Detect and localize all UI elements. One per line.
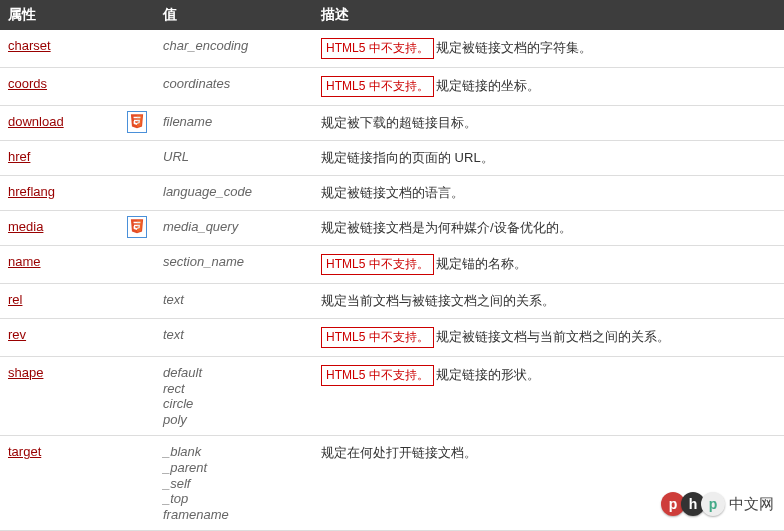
logo-text: 中文网: [729, 495, 774, 514]
table-row: downloadfilename规定被下载的超链接目标。: [0, 106, 784, 141]
attr-link-hreflang[interactable]: hreflang: [8, 184, 55, 199]
desc-text: 规定当前文档与被链接文档之间的关系。: [321, 293, 555, 308]
table-row: namesection_nameHTML5 中不支持。规定锚的名称。: [0, 246, 784, 284]
value-cell: coordinates: [155, 68, 313, 106]
attributes-table: 属性 值 描述 charsetchar_encodingHTML5 中不支持。规…: [0, 0, 784, 531]
html5-icon: [127, 111, 147, 133]
attr-link-media[interactable]: media: [8, 219, 43, 234]
desc-text: 规定被链接文档与当前文档之间的关系。: [436, 329, 670, 344]
desc-cell: 规定被链接文档是为何种媒介/设备优化的。: [313, 211, 784, 246]
header-value: 值: [155, 0, 313, 30]
desc-cell: 规定被下载的超链接目标。: [313, 106, 784, 141]
desc-cell: HTML5 中不支持。规定链接的坐标。: [313, 68, 784, 106]
value-item: framename: [163, 507, 305, 523]
html5-icon: [127, 216, 147, 238]
deprecated-badge: HTML5 中不支持。: [321, 38, 434, 59]
header-attr: 属性: [0, 0, 155, 30]
value-cell: defaultrectcirclepoly: [155, 357, 313, 436]
desc-cell: 规定在何处打开链接文档。: [313, 436, 784, 531]
desc-text: 规定被链接文档的字符集。: [436, 40, 592, 55]
table-row: target_blank_parent_self_topframename规定在…: [0, 436, 784, 531]
desc-text: 规定被链接文档是为何种媒介/设备优化的。: [321, 220, 572, 235]
table-row: coordscoordinatesHTML5 中不支持。规定链接的坐标。: [0, 68, 784, 106]
attr-link-target[interactable]: target: [8, 444, 41, 459]
attr-link-href[interactable]: href: [8, 149, 30, 164]
value-cell: section_name: [155, 246, 313, 284]
value-item: poly: [163, 412, 305, 428]
table-row: hrefURL规定链接指向的页面的 URL。: [0, 141, 784, 176]
desc-cell: HTML5 中不支持。规定锚的名称。: [313, 246, 784, 284]
table-row: hreflanglanguage_code规定被链接文档的语言。: [0, 176, 784, 211]
value-item: circle: [163, 396, 305, 412]
attr-link-shape[interactable]: shape: [8, 365, 43, 380]
attr-link-charset[interactable]: charset: [8, 38, 51, 53]
value-item: default: [163, 365, 305, 381]
value-item: _parent: [163, 460, 305, 476]
deprecated-badge: HTML5 中不支持。: [321, 365, 434, 386]
value-cell: filename: [155, 106, 313, 141]
table-row: shapedefaultrectcirclepolyHTML5 中不支持。规定链…: [0, 357, 784, 436]
deprecated-badge: HTML5 中不支持。: [321, 254, 434, 275]
desc-text: 规定被下载的超链接目标。: [321, 115, 477, 130]
desc-text: 规定被链接文档的语言。: [321, 185, 464, 200]
table-row: revtextHTML5 中不支持。规定被链接文档与当前文档之间的关系。: [0, 319, 784, 357]
value-item: rect: [163, 381, 305, 397]
table-row: reltext规定当前文档与被链接文档之间的关系。: [0, 284, 784, 319]
value-cell: language_code: [155, 176, 313, 211]
desc-text: 规定链接指向的页面的 URL。: [321, 150, 494, 165]
value-cell: URL: [155, 141, 313, 176]
table-row: mediamedia_query规定被链接文档是为何种媒介/设备优化的。: [0, 211, 784, 246]
table-header: 属性 值 描述: [0, 0, 784, 30]
attr-link-download[interactable]: download: [8, 114, 64, 129]
value-cell: char_encoding: [155, 30, 313, 68]
desc-text: 规定链接的坐标。: [436, 78, 540, 93]
deprecated-badge: HTML5 中不支持。: [321, 76, 434, 97]
desc-text: 规定在何处打开链接文档。: [321, 445, 477, 460]
value-cell: text: [155, 319, 313, 357]
attr-link-rel[interactable]: rel: [8, 292, 22, 307]
header-desc: 描述: [313, 0, 784, 30]
desc-cell: HTML5 中不支持。规定被链接文档与当前文档之间的关系。: [313, 319, 784, 357]
desc-text: 规定链接的形状。: [436, 367, 540, 382]
table-row: charsetchar_encodingHTML5 中不支持。规定被链接文档的字…: [0, 30, 784, 68]
desc-cell: 规定链接指向的页面的 URL。: [313, 141, 784, 176]
desc-cell: 规定被链接文档的语言。: [313, 176, 784, 211]
desc-cell: HTML5 中不支持。规定被链接文档的字符集。: [313, 30, 784, 68]
site-logo[interactable]: p h p 中文网: [661, 492, 774, 516]
attr-link-rev[interactable]: rev: [8, 327, 26, 342]
value-cell: text: [155, 284, 313, 319]
desc-cell: 规定当前文档与被链接文档之间的关系。: [313, 284, 784, 319]
value-item: _self: [163, 476, 305, 492]
deprecated-badge: HTML5 中不支持。: [321, 327, 434, 348]
desc-cell: HTML5 中不支持。规定链接的形状。: [313, 357, 784, 436]
value-item: _blank: [163, 444, 305, 460]
desc-text: 规定锚的名称。: [436, 256, 527, 271]
value-item: _top: [163, 491, 305, 507]
value-cell: _blank_parent_self_topframename: [155, 436, 313, 531]
value-cell: media_query: [155, 211, 313, 246]
attr-link-coords[interactable]: coords: [8, 76, 47, 91]
attr-link-name[interactable]: name: [8, 254, 41, 269]
logo-bubble-p2: p: [701, 492, 725, 516]
